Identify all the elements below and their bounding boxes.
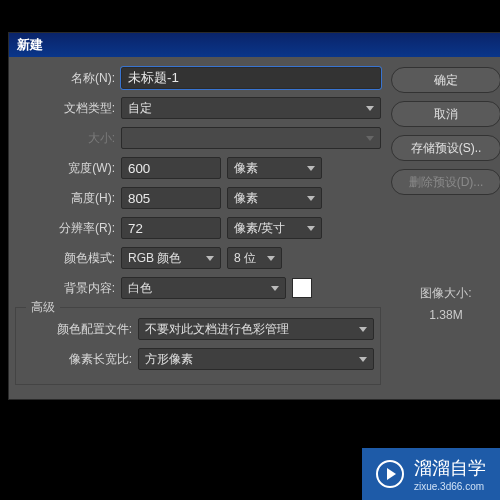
profile-label: 颜色配置文件:	[22, 321, 132, 338]
doctype-select[interactable]: 自定	[121, 97, 381, 119]
delete-preset-button: 删除预设(D)...	[391, 169, 500, 195]
aspect-select[interactable]: 方形像素	[138, 348, 374, 370]
image-size-info: 图像大小: 1.38M	[391, 283, 500, 326]
watermark: 溜溜自学 zixue.3d66.com	[362, 448, 500, 500]
dialog-title: 新建	[9, 33, 500, 57]
width-label: 宽度(W):	[15, 160, 115, 177]
aspect-label: 像素长宽比:	[22, 351, 132, 368]
res-input[interactable]	[121, 217, 221, 239]
watermark-url: zixue.3d66.com	[414, 481, 486, 492]
advanced-legend: 高级	[26, 299, 60, 316]
height-label: 高度(H):	[15, 190, 115, 207]
width-unit-select[interactable]: 像素	[227, 157, 322, 179]
cancel-button[interactable]: 取消	[391, 101, 500, 127]
name-input[interactable]	[121, 67, 381, 89]
dialog-body: 名称(N): 文档类型: 自定 大小: 宽度(W): 像素 高度(H): 像素	[9, 57, 500, 399]
colormode-select[interactable]: RGB 颜色	[121, 247, 221, 269]
bg-label: 背景内容:	[15, 280, 115, 297]
new-document-dialog: 新建 名称(N): 文档类型: 自定 大小: 宽度(W): 像素 高度(H):	[8, 32, 500, 400]
button-column: 确定 取消 存储预设(S).. 删除预设(D)... 图像大小: 1.38M	[391, 67, 500, 385]
bg-color-swatch[interactable]	[292, 278, 312, 298]
colormode-label: 颜色模式:	[15, 250, 115, 267]
size-select	[121, 127, 381, 149]
advanced-fieldset: 高级 颜色配置文件: 不要对此文档进行色彩管理 像素长宽比: 方形像素	[15, 307, 381, 385]
res-label: 分辨率(R):	[15, 220, 115, 237]
image-size-value: 1.38M	[391, 305, 500, 327]
size-label: 大小:	[15, 130, 115, 147]
name-label: 名称(N):	[15, 70, 115, 87]
ok-button[interactable]: 确定	[391, 67, 500, 93]
height-input[interactable]	[121, 187, 221, 209]
res-unit-select[interactable]: 像素/英寸	[227, 217, 322, 239]
width-input[interactable]	[121, 157, 221, 179]
height-unit-select[interactable]: 像素	[227, 187, 322, 209]
profile-select[interactable]: 不要对此文档进行色彩管理	[138, 318, 374, 340]
colorbits-select[interactable]: 8 位	[227, 247, 282, 269]
play-icon	[376, 460, 404, 488]
save-preset-button[interactable]: 存储预设(S)..	[391, 135, 500, 161]
watermark-brand: 溜溜自学	[414, 456, 486, 480]
image-size-label: 图像大小:	[391, 283, 500, 305]
form-area: 名称(N): 文档类型: 自定 大小: 宽度(W): 像素 高度(H): 像素	[15, 67, 381, 385]
bg-select[interactable]: 白色	[121, 277, 286, 299]
doctype-label: 文档类型:	[15, 100, 115, 117]
